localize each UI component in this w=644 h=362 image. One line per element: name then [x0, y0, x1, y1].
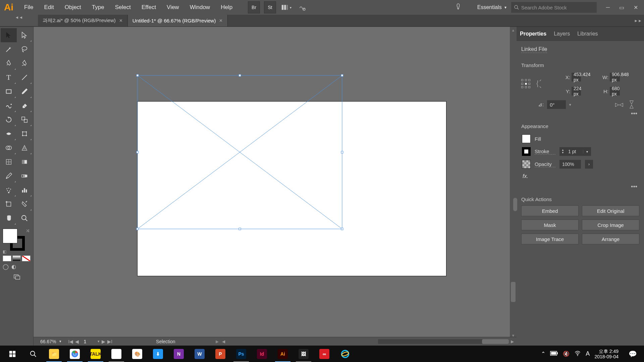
draw-behind-icon[interactable]: ◐ [11, 263, 16, 270]
shaper-tool[interactable] [1, 99, 17, 113]
tab-properties[interactable]: Properties [520, 27, 546, 40]
arrange-docs-button[interactable]: ▾ [280, 1, 292, 13]
chrome-button[interactable] [64, 346, 85, 362]
symbol-sprayer-tool[interactable] [1, 183, 17, 197]
menu-file[interactable]: File [19, 2, 38, 13]
mask-button[interactable]: Mask [521, 220, 579, 230]
stroke-color-swatch[interactable] [522, 147, 531, 156]
fx-button[interactable]: fx. [521, 171, 639, 182]
stroke-weight-input[interactable]: ▲▼ 1 pt ▾ [559, 147, 591, 156]
more-options-icon[interactable]: ••• [521, 109, 639, 119]
flip-horizontal-icon[interactable]: ▷◁ [615, 102, 623, 108]
w-input[interactable]: 906.848 px [610, 73, 620, 81]
play-icon[interactable]: ▶ [216, 339, 219, 344]
image-trace-button[interactable]: Image Trace [521, 234, 579, 244]
tray-expand-icon[interactable]: ⌃ [541, 351, 545, 357]
perspective-grid-tool[interactable] [17, 141, 33, 155]
search-learn-icon[interactable] [452, 0, 465, 14]
canvas-area[interactable]: ▲ ▼ 66.67% ▾ I◀ ◀ 1 ▾ ▶ ▶I Selection ▶ ◀ [34, 27, 517, 346]
menu-object[interactable]: Object [60, 2, 86, 13]
battery-icon[interactable] [550, 351, 558, 357]
chevron-down-icon[interactable]: ▾ [98, 339, 100, 344]
more-options-icon[interactable]: ••• [521, 182, 639, 192]
fill-color-swatch[interactable] [522, 134, 531, 143]
wifi-icon[interactable] [574, 350, 581, 358]
next-artboard-icon[interactable]: ▶ [102, 339, 105, 344]
eyedropper-tool[interactable] [1, 169, 17, 183]
file-explorer-button[interactable]: 📁 [44, 346, 64, 362]
tab-libraries[interactable]: Libraries [577, 27, 598, 40]
onenote-button[interactable]: N [168, 346, 189, 362]
draw-normal-icon[interactable]: ◯ [3, 263, 9, 270]
search-button[interactable] [23, 346, 44, 362]
stock-button[interactable]: St [264, 1, 276, 13]
lock-aspect-icon[interactable] [535, 79, 543, 89]
bridge-button[interactable]: Br [248, 1, 260, 13]
opacity-expand-icon[interactable]: › [585, 160, 593, 169]
h-input[interactable]: 680 px [610, 87, 620, 96]
screen-mode-button[interactable] [1, 271, 33, 283]
horizontal-scrollbar[interactable]: ▶ [225, 339, 517, 344]
clock[interactable]: 오후 2:49 2018-09-04 [594, 349, 621, 359]
flip-vertical-icon[interactable]: ▷◁ [629, 101, 635, 109]
opacity-input[interactable]: 100% [559, 160, 581, 169]
zoom-level[interactable]: 66.67% [40, 339, 56, 344]
tab-layers[interactable]: Layers [554, 27, 570, 40]
first-artboard-icon[interactable]: I◀ [68, 339, 73, 344]
selection-tool[interactable] [1, 28, 17, 42]
image-viewer-button[interactable]: 🖼 [293, 346, 314, 362]
default-colors-icon[interactable]: ◧ [3, 249, 6, 254]
ie-button[interactable] [335, 346, 356, 362]
y-input[interactable]: 224 px [572, 87, 581, 96]
chevron-down-icon[interactable]: ▾ [583, 150, 591, 154]
menu-effect[interactable]: Effect [137, 2, 161, 13]
embed-button[interactable]: Embed [521, 205, 579, 216]
direct-selection-tool[interactable] [17, 28, 33, 42]
collapse-tools-icon[interactable]: ◄◄ [0, 15, 38, 26]
swap-fill-stroke-icon[interactable]: ⤭ [26, 228, 30, 233]
photoshop-button[interactable]: Ps [231, 346, 252, 362]
stock-search-input[interactable]: Search Adobe Stock [511, 2, 597, 13]
scroll-right-icon[interactable]: ▶ [511, 339, 514, 344]
expand-panels-icon[interactable]: ►► [634, 18, 642, 23]
chevron-down-icon[interactable]: ▾ [59, 339, 61, 344]
workspace-switcher[interactable]: Essentials ▾ [474, 3, 510, 12]
lasso-tool[interactable] [17, 42, 33, 56]
scrollbar-thumb[interactable] [482, 339, 509, 344]
word-button[interactable]: W [189, 346, 210, 362]
scroll-left-icon[interactable]: ◀ [222, 339, 225, 344]
artboard-tool[interactable] [1, 197, 17, 211]
language-indicator[interactable]: A [586, 350, 590, 357]
paintbrush-tool[interactable] [17, 84, 33, 99]
opacity-swatch-icon[interactable] [522, 160, 531, 169]
pen-tool[interactable] [1, 56, 17, 70]
rectangle-tool[interactable] [1, 84, 17, 99]
fill-stroke-selector[interactable]: ⤭ ◧ [1, 227, 33, 255]
menu-view[interactable]: View [162, 2, 184, 13]
x-input[interactable]: 453.424 px [572, 73, 581, 81]
hand-tool[interactable] [1, 211, 17, 225]
last-artboard-icon[interactable]: ▶I [107, 339, 112, 344]
blend-tool[interactable] [17, 169, 33, 183]
menu-edit[interactable]: Edit [39, 2, 58, 13]
color-mode-none[interactable] [22, 255, 31, 261]
paint-button[interactable]: 🎨 [127, 346, 148, 362]
volume-icon[interactable]: 🔇 [563, 351, 570, 357]
magic-wand-tool[interactable] [1, 42, 17, 56]
notifications-icon[interactable]: 💬 [626, 350, 639, 358]
scale-tool[interactable] [17, 113, 33, 127]
mesh-tool[interactable] [1, 155, 17, 169]
prev-artboard-icon[interactable]: ◀ [75, 339, 79, 344]
zoom-tool[interactable] [17, 211, 33, 225]
menu-help[interactable]: Help [216, 2, 237, 13]
maximize-button[interactable]: ▭ [619, 4, 624, 11]
artboard-number[interactable]: 1 [81, 339, 96, 344]
selected-linked-file[interactable] [138, 75, 342, 229]
illustrator-button[interactable]: Ai [272, 346, 293, 362]
width-tool[interactable] [1, 127, 17, 141]
menu-select[interactable]: Select [110, 2, 136, 13]
samsung-button[interactable]: ⬇ [148, 346, 168, 362]
fill-swatch[interactable] [3, 229, 17, 243]
gpu-button[interactable] [296, 1, 308, 13]
color-mode-gradient[interactable] [12, 255, 21, 261]
